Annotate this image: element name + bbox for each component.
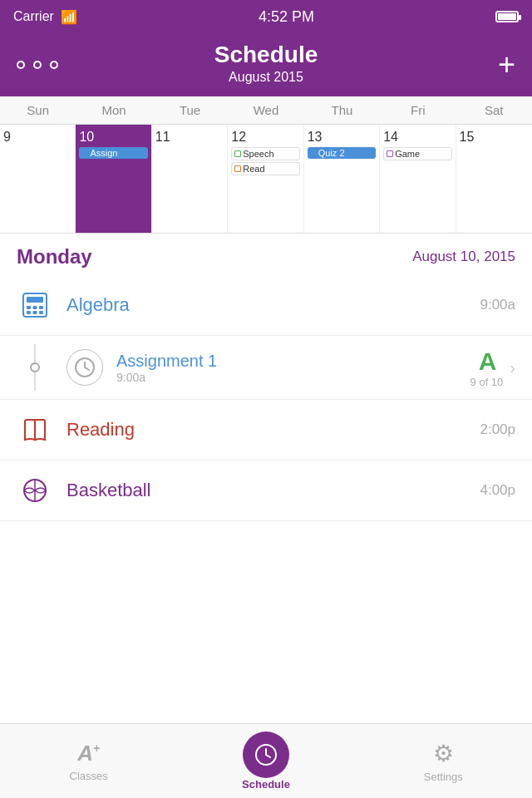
settings-label: Settings [424,771,463,783]
day-label-sat: Sat [456,96,532,124]
event-chip-assign: ☑ Assign [79,147,147,159]
schedule-item-algebra[interactable]: Algebra 9:00a [0,275,532,336]
calendar: Sun Mon Tue Wed Thu Fri Sat 9 10 ☑ Assig… [0,96,532,234]
speech-dot [234,150,241,157]
cal-cell-9[interactable]: 9 [0,125,76,233]
cal-cell-13[interactable]: 13 ☑ Quiz 2 [304,125,380,233]
assignment-name: Assignment 1 [116,352,470,371]
svg-line-16 [266,755,270,757]
schedule-item-basketball[interactable]: Basketball 4:00p [0,461,532,521]
calendar-week: 9 10 ☑ Assign 11 12 Speech Read [0,125,532,233]
assignment-score: 9 of 10 [470,376,504,388]
event-label-game: Game [395,149,420,159]
schedule-list: Algebra 9:00a Assignment 1 9:00a A 9 of … [0,275,532,521]
event-chip-read: Read [231,162,299,175]
carrier-label: Carrier [13,9,54,24]
page-subtitle: August 2015 [0,70,532,85]
svg-rect-3 [33,306,37,309]
timeline-dot [30,362,40,372]
cal-date-9: 9 [3,130,71,145]
schedule-item-reading[interactable]: Reading 2:00p [0,400,532,461]
timeline [17,344,53,391]
checkmark-icon-2: ☑ [309,149,317,158]
event-label-assign: Assign [90,148,117,158]
settings-icon: ⚙ [433,740,454,767]
nav-classes[interactable]: A+ Classes [0,741,177,782]
cal-date-13: 13 [308,130,376,145]
day-label-thu: Thu [304,96,380,124]
assignment-grade-section: A 9 of 10 [470,347,504,388]
cal-cell-15[interactable]: 15 [456,125,532,233]
cal-date-15: 15 [460,130,529,145]
svg-rect-1 [27,297,43,303]
assignment-content: Assignment 1 9:00a [116,352,470,384]
dot-3 [50,61,58,69]
event-chip-quiz: ☑ Quiz 2 [308,147,376,159]
day-label-tue: Tue [152,96,228,124]
book-icon [17,411,53,448]
status-bar: Carrier 📶 4:52 PM [0,0,532,33]
reading-name: Reading [66,419,135,440]
event-chip-game: Game [383,147,451,160]
svg-rect-6 [33,311,37,314]
event-chip-speech: Speech [231,147,299,160]
classes-icon: A+ [77,741,100,766]
cal-date-10: 10 [79,130,147,145]
algebra-time: 9:00a [480,297,515,313]
day-label-fri: Fri [380,96,456,124]
read-dot [234,165,241,172]
schedule-clock-icon [243,732,289,778]
schedule-label: Schedule [242,778,290,791]
cal-date-12: 12 [231,130,299,145]
calculator-icon [17,287,53,323]
battery-icon [495,11,519,22]
chevron-right-icon: › [510,358,515,377]
svg-rect-7 [39,311,43,314]
basketball-time: 4:00p [480,482,515,499]
event-label-read: Read [243,164,264,174]
event-label-speech: Speech [243,149,273,159]
dots-indicator [17,61,58,69]
svg-rect-5 [27,311,31,314]
time-label: 4:52 PM [259,8,314,26]
classes-label: Classes [70,770,108,782]
game-dot [387,150,393,157]
cal-cell-10[interactable]: 10 ☑ Assign [76,125,151,233]
dot-2 [33,61,42,69]
svg-rect-2 [27,306,31,309]
reading-time: 2:00p [480,421,515,438]
algebra-name: Algebra [66,294,130,315]
calendar-day-labels: Sun Mon Tue Wed Thu Fri Sat [0,96,532,125]
event-label-quiz: Quiz 2 [318,148,345,158]
svg-rect-4 [39,306,43,309]
day-date: August 10, 2015 [412,249,515,265]
assignment-time: 9:00a [116,371,470,384]
dot-1 [17,61,25,69]
assignment-row[interactable]: Assignment 1 9:00a A 9 of 10 › [0,336,532,400]
cal-cell-12[interactable]: 12 Speech Read [228,125,303,233]
svg-line-10 [85,367,89,370]
algebra-content: Algebra [66,294,480,316]
clock-icon [66,349,103,386]
checkmark-icon: ☑ [81,149,88,158]
basketball-icon [17,472,53,509]
day-label-sun: Sun [0,96,76,124]
nav-schedule[interactable]: Schedule [177,732,354,791]
basketball-name: Basketball [66,480,151,500]
basketball-content: Basketball [66,480,480,501]
assignment-grade: A [479,347,497,376]
cal-date-14: 14 [383,130,451,145]
cal-cell-14[interactable]: 14 Game [380,125,456,233]
add-event-button[interactable]: + [498,50,515,80]
wifi-icon: 📶 [61,9,77,25]
bottom-nav: A+ Classes Schedule ⚙ Settings [0,723,532,798]
day-section: Monday August 10, 2015 [0,234,532,275]
day-label-mon: Mon [76,96,151,124]
day-name: Monday [17,245,92,268]
reading-content: Reading [66,419,480,441]
day-label-wed: Wed [228,96,303,124]
cal-date-11: 11 [155,130,224,145]
nav-settings[interactable]: ⚙ Settings [355,740,532,783]
cal-cell-11[interactable]: 11 [152,125,228,233]
header: Schedule August 2015 + [0,33,532,96]
